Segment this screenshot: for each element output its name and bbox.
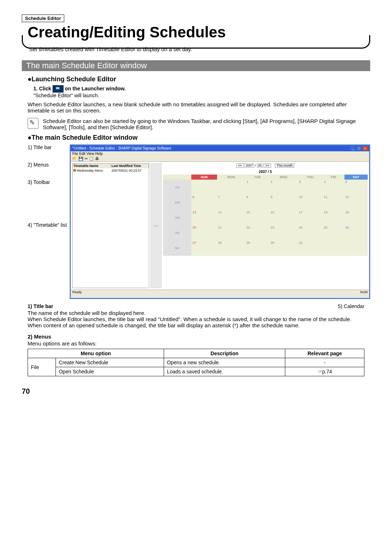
schedule-editor-launcher-icon: [53, 85, 64, 93]
paragraph-1: When Schedule Editor launches, a new bla…: [28, 101, 364, 114]
week-4: 4th: [163, 225, 191, 241]
note-icon: [28, 118, 38, 129]
cal-cell[interactable]: 31: [298, 241, 323, 256]
cal-cell[interactable]: 12: [344, 195, 368, 210]
nav-next-button[interactable]: >>: [264, 163, 271, 168]
cal-cell[interactable]: 5: [344, 180, 368, 195]
timetable-modified: 2007/05/21 00:23:37: [111, 168, 149, 173]
cal-cell[interactable]: 17: [298, 210, 323, 225]
table-row: File Create New Schedule Opens a new sch…: [28, 358, 364, 367]
cal-cell[interactable]: 23: [270, 225, 298, 241]
timetable-header: Timetable Name Last Modified Time: [73, 164, 149, 168]
cal-cell[interactable]: 19: [344, 210, 368, 225]
td-create-page: -: [285, 358, 364, 367]
td-create-new: Create New Schedule: [56, 358, 164, 367]
cal-cell[interactable]: 26: [344, 225, 368, 241]
cal-cell[interactable]: [344, 241, 368, 256]
cal-cell[interactable]: 25: [323, 225, 344, 241]
week-col: [163, 175, 191, 180]
cal-cell[interactable]: 10: [298, 195, 323, 210]
status-bar: Ready NUM: [71, 290, 369, 294]
cal-cell[interactable]: 9: [270, 195, 298, 210]
this-month-button[interactable]: This month: [275, 163, 295, 168]
day-mon: MON: [217, 175, 245, 180]
cal-cell[interactable]: 18: [323, 210, 344, 225]
label-toolbar: 3) Toolbar: [28, 179, 67, 185]
cal-cell[interactable]: 13: [191, 210, 217, 225]
label-titlebar: 1) Title bar: [28, 144, 67, 150]
cal-cell[interactable]: 15: [245, 210, 270, 225]
cal-cell[interactable]: 8: [245, 195, 270, 210]
cal-cell[interactable]: 6: [191, 195, 217, 210]
below-labels: 1) Title bar 5) Calendar: [28, 303, 364, 309]
menu-table: Menu option Description Relevant page Fi…: [28, 349, 364, 376]
maximize-button[interactable]: □: [356, 146, 362, 151]
label-timetable-list: 4) "Timetable" list: [28, 222, 67, 228]
day-fri: FRI: [323, 175, 344, 180]
th-description: Description: [164, 349, 285, 358]
cal-cell[interactable]: [191, 180, 217, 195]
title-underline: [22, 35, 370, 49]
step-1-prefix: 1. Click: [33, 86, 51, 91]
day-sat: SAT: [344, 175, 368, 180]
day-wed: WED: [270, 175, 298, 180]
cal-cell[interactable]: 4: [323, 180, 344, 195]
calendar-grid: SUN MON TUE WED THU FRI SAT 1st12345 2nd…: [163, 175, 368, 256]
day-tue: TUE: [245, 175, 270, 180]
cal-cell[interactable]: 1: [245, 180, 270, 195]
cal-cell[interactable]: 24: [298, 225, 323, 241]
col-timetable-name: Timetable Name: [73, 164, 111, 168]
title-container: Creating/Editing Schedules: [22, 24, 370, 41]
cal-cell[interactable]: 21: [217, 225, 245, 241]
assign-button[interactable]: >>>: [151, 163, 162, 288]
titlebar-text: Untitled - Schedule Editor - SHARP Digit…: [74, 146, 171, 150]
window-body: Timetable Name Last Modified Time Wednes…: [71, 162, 369, 290]
close-button[interactable]: ×: [363, 146, 368, 151]
nav-month-select[interactable]: 05: [257, 163, 263, 168]
nav-slash: /: [255, 164, 256, 167]
cal-cell[interactable]: 28: [217, 241, 245, 256]
label-menus: 2) Menus: [28, 162, 67, 168]
titlebar-description: The name of the schedule will be display…: [28, 310, 364, 328]
cal-cell[interactable]: 11: [323, 195, 344, 210]
nav-prev-button[interactable]: <<: [236, 163, 244, 168]
cal-cell[interactable]: 16: [270, 210, 298, 225]
window-titlebar: *Untitled - Schedule Editor - SHARP Digi…: [71, 146, 369, 151]
step-1-result: "Schedule Editor" will launch.: [33, 93, 99, 98]
menubar[interactable]: File Edit View Help: [71, 151, 369, 156]
diagram: 1) Title bar 2) Menus 3) Toolbar 4) "Tim…: [28, 144, 370, 299]
timetable-name: Wednesday Menu: [77, 169, 103, 172]
cal-cell[interactable]: [323, 241, 344, 256]
window-buttons: _ □ ×: [350, 146, 368, 151]
calendar-nav: << 2007 / 05 >> This month: [163, 163, 368, 168]
timetable-row[interactable]: Wednesday Menu 2007/05/21 00:23:37: [73, 168, 149, 173]
callout-labels: 1) Title bar 2) Menus 3) Toolbar 4) "Tim…: [28, 144, 67, 299]
cal-cell[interactable]: 20: [191, 225, 217, 241]
cal-cell[interactable]: [217, 180, 245, 195]
status-ready: Ready: [72, 290, 82, 294]
cal-cell[interactable]: 29: [245, 241, 270, 256]
timetable-color-swatch: [73, 169, 76, 172]
cal-cell[interactable]: 30: [270, 241, 298, 256]
cal-cell[interactable]: 22: [245, 225, 270, 241]
subheading-main-window: ●The main Schedule Editor window: [28, 134, 370, 142]
day-sun: SUN: [191, 175, 217, 180]
minimize-button[interactable]: _: [350, 146, 355, 151]
cal-cell[interactable]: 27: [191, 241, 217, 256]
cal-cell[interactable]: 2: [270, 180, 298, 195]
toolbar[interactable]: 📂 💾 ✂ 📋 🖶: [71, 156, 369, 162]
cal-cell[interactable]: 14: [217, 210, 245, 225]
cal-cell[interactable]: 7: [217, 195, 245, 210]
th-menu-option: Menu option: [28, 349, 164, 358]
week-3: 3rd: [163, 210, 191, 225]
subheading-launching: ●Launching Schedule Editor: [28, 75, 370, 83]
cal-cell[interactable]: 3: [298, 180, 323, 195]
calendar-panel: << 2007 / 05 >> This month 2007 / 5 SUN …: [163, 163, 368, 288]
nav-year-select[interactable]: 2007: [245, 163, 254, 168]
calendar-title: 2007 / 5: [163, 170, 368, 174]
table-header-row: Menu option Description Relevant page: [28, 349, 364, 358]
day-thu: THU: [298, 175, 323, 180]
section-heading: The main Schedule Editor window: [22, 60, 370, 71]
header-tab: Schedule Editor: [22, 15, 64, 22]
label-1-titlebar: 1) Title bar: [28, 303, 53, 309]
